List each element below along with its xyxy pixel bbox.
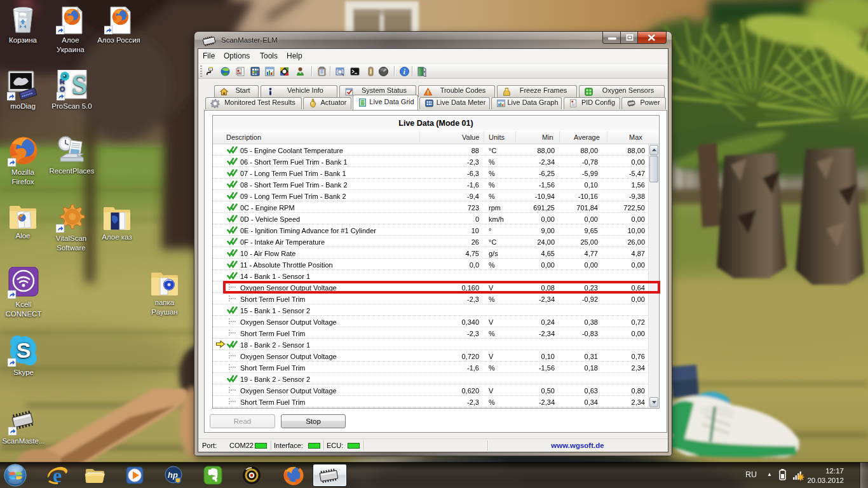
svg-text:O: O (60, 85, 65, 93)
svg-text:S: S (72, 70, 87, 100)
svg-text:S: S (17, 338, 31, 362)
